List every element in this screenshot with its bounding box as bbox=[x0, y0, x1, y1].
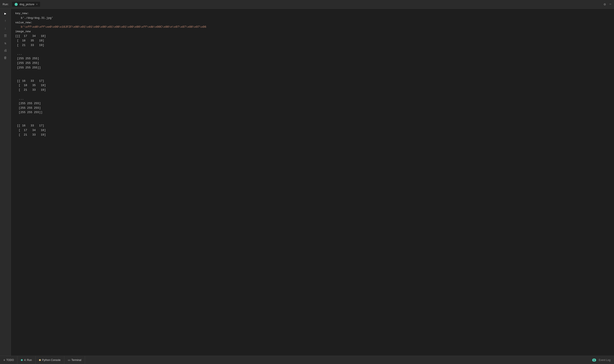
array-line-1: [[[ 17 34 18] bbox=[11, 34, 614, 39]
list-icon[interactable]: ☰ bbox=[2, 33, 9, 39]
run-tab[interactable]: dog_picture × bbox=[12, 2, 40, 7]
todo-icon: ≡ bbox=[3, 359, 5, 362]
python-file-icon bbox=[15, 3, 18, 6]
array-line-2: [ 18 35 19] bbox=[11, 39, 614, 43]
array-line-7: [[ 16 33 17] bbox=[11, 79, 614, 83]
bottom-right: 1 Event Log bbox=[589, 356, 614, 364]
left-sidebar: ▶ ↑ ↓ ☰ ⇅ 🖨 🗑 bbox=[0, 9, 11, 356]
array-line-4: [255 255 255] bbox=[11, 56, 614, 61]
image-new-label: image_new bbox=[11, 29, 614, 34]
console-output: key_new: b'./dog/dog.31.jpg' value_new: … bbox=[11, 9, 614, 356]
print-icon[interactable]: 🖨 bbox=[2, 48, 9, 54]
settings-icon[interactable]: ⚙ bbox=[604, 2, 606, 7]
tab-name: dog_picture bbox=[19, 3, 34, 6]
python-console-label: Python Console bbox=[42, 359, 61, 362]
terminal-label: Terminal bbox=[72, 359, 81, 362]
run-dot-icon bbox=[21, 359, 23, 361]
array-line-14: [ 17 34 18] bbox=[11, 128, 614, 133]
array-line-5: [255 255 255] bbox=[11, 61, 614, 65]
terminal-tab[interactable]: ▭ Terminal bbox=[64, 356, 85, 364]
todo-tab[interactable]: ≡ TODO bbox=[0, 356, 17, 364]
array-line-9: [ 21 33 19] bbox=[11, 88, 614, 92]
scroll-down-icon[interactable]: ↓ bbox=[2, 25, 9, 31]
array-line-3: [ 21 33 19] bbox=[11, 43, 614, 48]
array-line-ellipsis-2: ... bbox=[11, 97, 614, 101]
key-new-label: key_new: bbox=[11, 11, 614, 16]
array-line-ellipsis-1: ... bbox=[11, 52, 614, 56]
run-icon[interactable]: ▶ bbox=[2, 11, 9, 17]
terminal-icon: ▭ bbox=[68, 359, 70, 362]
python-console-tab[interactable]: Python Console bbox=[36, 356, 64, 364]
todo-label: TODO bbox=[6, 359, 14, 362]
value-new-label: value_new: bbox=[11, 21, 614, 25]
event-log-label[interactable]: Event Log bbox=[599, 359, 611, 362]
array-line-11: [255 255 255] bbox=[11, 106, 614, 111]
value-new-bytes: b'\xff\xd8\xff\xe0\x00\x10JFIF\x00\x01\x… bbox=[11, 25, 614, 29]
top-bar-actions: ⚙ − bbox=[604, 2, 611, 7]
delete-icon[interactable]: 🗑 bbox=[2, 55, 9, 61]
filter-icon[interactable]: ⇅ bbox=[2, 40, 9, 46]
python-console-icon bbox=[39, 359, 41, 361]
array-line-12: [255 255 255]] bbox=[11, 110, 614, 115]
event-log-badge: 1 bbox=[592, 359, 596, 362]
array-line-10: [255 255 255] bbox=[11, 101, 614, 106]
array-line-6: [255 255 255]] bbox=[11, 65, 614, 70]
array-line-13: [[ 16 33 17] bbox=[11, 124, 614, 128]
minimize-icon[interactable]: − bbox=[609, 2, 611, 6]
array-line-8: [ 18 35 19] bbox=[11, 83, 614, 88]
scroll-up-icon[interactable]: ↑ bbox=[2, 18, 9, 24]
run-tab-label: 4: Run bbox=[24, 359, 32, 362]
bottom-bar: ≡ TODO 4: Run Python Console ▭ Terminal … bbox=[0, 356, 614, 364]
key-new-value: b'./dog/dog.31.jpg' bbox=[11, 16, 614, 21]
run-tab-bottom[interactable]: 4: Run bbox=[17, 356, 35, 364]
array-line-15: [ 21 33 19] bbox=[11, 133, 614, 137]
tab-close-button[interactable]: × bbox=[36, 3, 38, 6]
run-label: Run: bbox=[3, 3, 9, 6]
main-layout: ▶ ↑ ↓ ☰ ⇅ 🖨 🗑 key_new: b'./dog/dog.31.jp… bbox=[0, 9, 614, 356]
top-bar: Run: dog_picture × ⚙ − bbox=[0, 0, 614, 9]
